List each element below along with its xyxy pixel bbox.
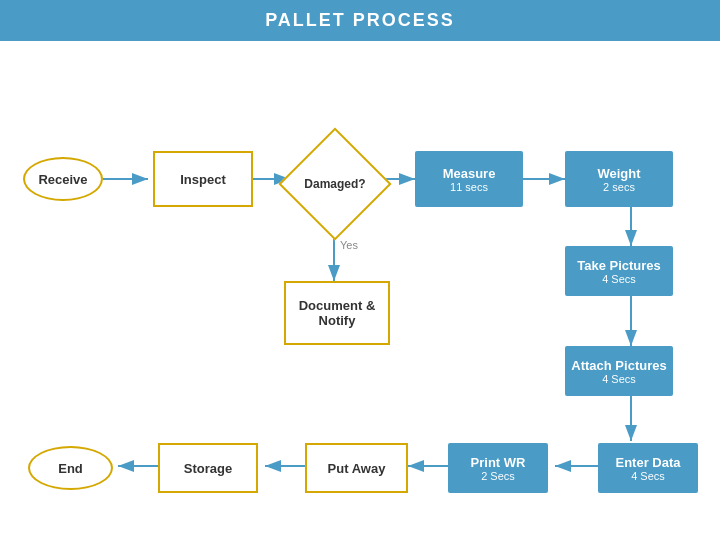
take-pictures-node: Take Pictures 4 Secs (565, 246, 673, 296)
put-away-node: Put Away (305, 443, 408, 493)
print-wr-node: Print WR 2 Secs (448, 443, 548, 493)
page-title: PALLET PROCESS (265, 10, 455, 30)
attach-pictures-node: Attach Pictures 4 Secs (565, 346, 673, 396)
storage-node: Storage (158, 443, 258, 493)
end-node: End (28, 446, 113, 490)
header: PALLET PROCESS (0, 0, 720, 41)
inspect-node: Inspect (153, 151, 253, 207)
receive-node: Receive (23, 157, 103, 201)
enter-data-node: Enter Data 4 Secs (598, 443, 698, 493)
damaged-node: Damaged? (290, 139, 380, 229)
weight-node: Weight 2 secs (565, 151, 673, 207)
document-node: Document & Notify (284, 281, 390, 345)
yes-label: Yes (340, 239, 358, 251)
measure-node: Measure 11 secs (415, 151, 523, 207)
